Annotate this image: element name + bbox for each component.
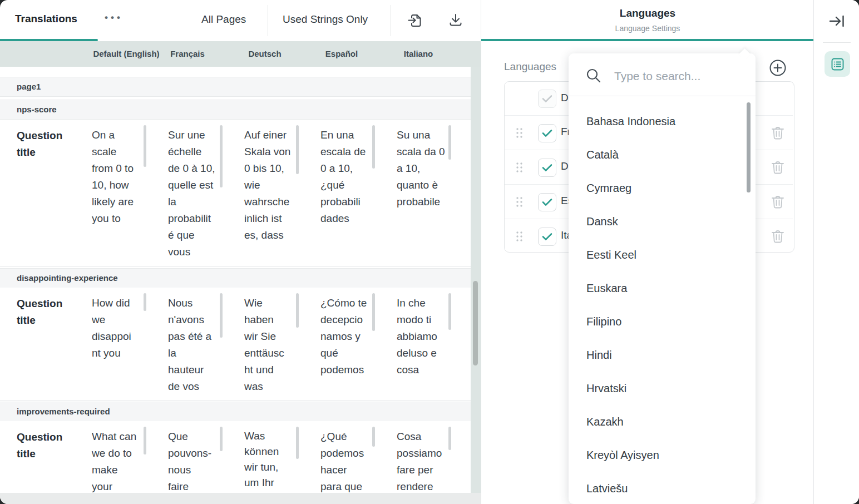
dropdown-divider — [569, 96, 756, 96]
trash-icon[interactable] — [771, 125, 785, 141]
download-icon[interactable] — [447, 11, 465, 29]
language-search-input[interactable] — [613, 66, 738, 87]
cell-scrollbar[interactable] — [448, 125, 451, 160]
dropdown-option[interactable]: Català — [569, 138, 747, 171]
row-label: Question title — [17, 429, 83, 462]
language-settings-tool-button[interactable] — [825, 51, 850, 77]
cell-scrollbar[interactable] — [220, 427, 223, 451]
dropdown-option[interactable]: Kazakh — [569, 405, 747, 438]
cell-scrollbar[interactable] — [448, 293, 451, 330]
cell-scrollbar[interactable] — [372, 427, 375, 447]
dropdown-option[interactable]: Eesti Keel — [569, 238, 747, 271]
horizontal-scrollbar-track[interactable] — [0, 493, 481, 504]
translation-cell-fr[interactable]: Que pouvons- nous faire — [168, 428, 227, 493]
drag-handle-icon[interactable] — [516, 196, 523, 207]
translation-cell-fr[interactable]: Sur une échelle de 0 à 10, quelle est la… — [168, 127, 227, 260]
pages-filter-dropdown[interactable]: All Pages — [201, 13, 246, 26]
table-row: Question title What can we do to make yo… — [0, 421, 471, 493]
translation-cell-it[interactable]: Cosa possiamo fare per rendere — [397, 428, 456, 493]
translation-cell-de[interactable]: Auf einer Skala von 0 bis 10, wie wahrsc… — [244, 127, 303, 244]
dropdown-option[interactable]: Latviešu — [569, 472, 747, 504]
section-header-nps-score: nps-score — [0, 100, 471, 120]
dropdown-option[interactable]: Dansk — [569, 205, 747, 238]
dropdown-option[interactable]: Kreyòl Ayisyen — [569, 438, 747, 472]
panel-accent-bar — [481, 39, 814, 41]
checkbox-default[interactable] — [538, 90, 556, 108]
translation-cell-es[interactable]: ¿Qué podemos hacer para que — [320, 428, 379, 493]
header-divider — [391, 5, 391, 36]
cell-scrollbar[interactable] — [296, 427, 299, 459]
checkbox-espanol[interactable] — [538, 193, 556, 211]
translations-pane: Translations ••• All Pages Used Strings … — [0, 0, 481, 504]
translation-cell-es[interactable]: ¿Cómo te decepcio namos y qué podemos — [320, 295, 379, 378]
more-menu-button[interactable]: ••• — [105, 12, 123, 23]
cell-scrollbar[interactable] — [144, 427, 146, 454]
dropdown-option[interactable]: Euskara — [569, 271, 747, 305]
row-label: Question title — [17, 295, 83, 329]
translation-cell-fr[interactable]: Nous n'avons pas été a la hauteur de vos — [168, 295, 227, 395]
languages-section-label: Languages — [504, 61, 556, 73]
table-row: Question title On a scale from 0 to 10, … — [0, 120, 471, 267]
column-header-espanol: Español — [308, 49, 375, 58]
cell-scrollbar[interactable] — [220, 293, 223, 338]
vertical-scrollbar-thumb[interactable] — [473, 281, 478, 365]
dropdown-option[interactable]: Hrvatski — [569, 372, 747, 405]
row-label: Question title — [17, 127, 83, 161]
column-header-deutsch: Deutsch — [231, 49, 298, 58]
translation-cell-de[interactable]: Wie haben wir Sie enttäusc ht und was — [244, 295, 303, 395]
dropdown-option[interactable]: Hindi — [569, 338, 747, 372]
add-language-button[interactable] — [768, 58, 788, 78]
cell-scrollbar[interactable] — [372, 125, 375, 169]
trash-icon[interactable] — [771, 229, 785, 244]
cell-scrollbar[interactable] — [296, 125, 299, 174]
trash-icon[interactable] — [771, 160, 785, 175]
dropdown-option[interactable]: Filipino — [569, 305, 747, 338]
drag-handle-icon[interactable] — [516, 231, 523, 242]
section-header-page1: page1 — [0, 77, 471, 97]
panel-title: Languages — [481, 7, 814, 19]
cell-scrollbar[interactable] — [296, 293, 299, 328]
cell-scrollbar[interactable] — [144, 125, 146, 167]
cell-scrollbar[interactable] — [144, 293, 146, 311]
import-icon[interactable] — [407, 11, 424, 29]
dropdown-scrollbar-thumb[interactable] — [747, 102, 751, 192]
table-row: Question title How did we disappoi nt yo… — [0, 288, 471, 401]
translation-cell-es[interactable]: En una escala de 0 a 10, ¿qué probabili … — [320, 127, 379, 227]
trash-icon[interactable] — [771, 194, 785, 210]
search-icon — [585, 67, 602, 84]
toolbar-divider — [823, 42, 851, 43]
collapse-panel-icon[interactable] — [827, 11, 847, 31]
checkbox-francais[interactable] — [538, 124, 556, 142]
column-header-francais: Français — [154, 49, 221, 58]
app-window: Translations ••• All Pages Used Strings … — [0, 0, 859, 504]
translation-cell-it[interactable]: In che modo ti abbiamo deluso e cosa — [397, 295, 456, 378]
section-header-improvements-required: improvements-required — [0, 402, 471, 422]
strings-filter-dropdown[interactable]: Used Strings Only — [283, 13, 368, 26]
side-toolbar — [813, 0, 859, 504]
header-divider — [268, 5, 268, 36]
cell-scrollbar[interactable] — [372, 293, 375, 331]
checkbox-deutsch[interactable] — [538, 159, 556, 177]
column-header-italiano: Italiano — [385, 49, 452, 58]
vertical-scrollbar-track[interactable] — [471, 67, 481, 493]
translation-cell-it[interactable]: Su una scala da 0 a 10, quanto è probabi… — [397, 127, 456, 210]
cell-scrollbar[interactable] — [448, 427, 451, 450]
language-search-dropdown: Bahasa Indonesia Català Cymraeg Dansk Ee… — [569, 53, 756, 504]
panel-subtitle: Language Settings — [481, 24, 814, 33]
drag-handle-icon[interactable] — [516, 127, 523, 139]
translation-cell-en[interactable]: On a scale from 0 to 10, how likely are … — [92, 127, 151, 227]
dropdown-option[interactable]: Cymraeg — [569, 171, 747, 205]
cell-scrollbar[interactable] — [220, 125, 223, 187]
translation-cell-en[interactable]: What can we do to make your — [92, 428, 151, 493]
drag-handle-icon[interactable] — [516, 162, 523, 173]
checkbox-italiano[interactable] — [538, 228, 556, 246]
section-header-disappointing-experience: disappointing-experience — [0, 268, 471, 288]
translation-cell-en[interactable]: How did we disappoi nt you — [92, 295, 151, 362]
translation-cell-de[interactable]: Was können wir tun, um Ihr Erlebnis — [244, 428, 303, 493]
tab-translations[interactable]: Translations — [15, 13, 77, 25]
dropdown-option[interactable]: Bahasa Indonesia — [569, 105, 747, 138]
